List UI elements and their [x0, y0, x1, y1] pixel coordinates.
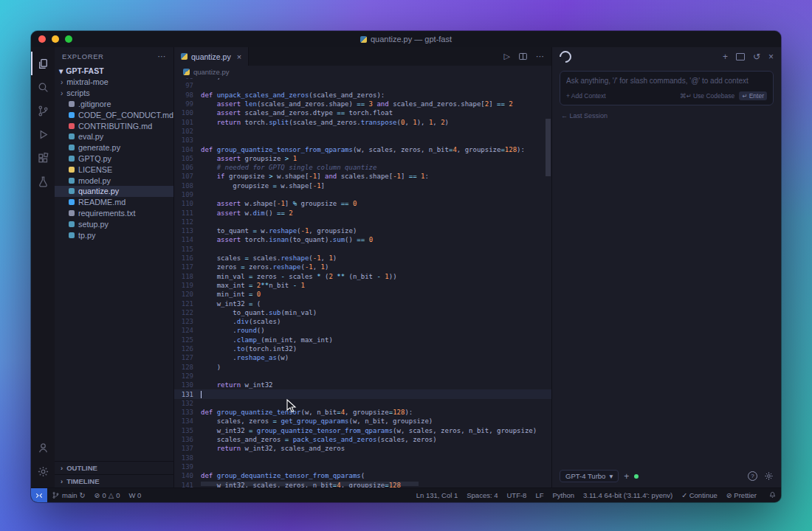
status-item[interactable]: LF	[531, 491, 548, 499]
code-line-112[interactable]: 112	[174, 218, 551, 226]
code-editor[interactable]: 96 )9798def unpack_scales_and_zeros(scal…	[174, 78, 551, 487]
code-line-117[interactable]: 117 zeros = zeros.reshape(-1, 1)	[174, 263, 551, 271]
code-line-130[interactable]: 130 return w_int32	[174, 381, 551, 389]
code-line-124[interactable]: 124 .round()	[174, 326, 551, 335]
tree-item-generate-py[interactable]: generate.py	[55, 142, 173, 153]
close-window-button[interactable]	[38, 35, 46, 43]
code-line-107[interactable]: 107 if groupsize > w.shape[-1] and scale…	[174, 172, 551, 181]
code-line-123[interactable]: 123 .div(scales)	[174, 317, 551, 326]
source-control-icon[interactable]	[31, 99, 55, 122]
split-editor-icon[interactable]	[518, 52, 528, 61]
git-branch-item[interactable]: main ↻	[47, 491, 90, 499]
history-icon[interactable]: ↺	[753, 52, 760, 61]
code-line-138[interactable]: 138	[174, 453, 551, 462]
tree-item-setup-py[interactable]: setup.py	[55, 218, 173, 229]
outline-section[interactable]: › OUTLINE	[55, 461, 173, 474]
code-line-122[interactable]: 122 to_quant.sub(min_val)	[174, 308, 551, 317]
tree-item-code-of-conduct-md[interactable]: CODE_OF_CONDUCT.md	[55, 109, 173, 120]
tree-item-model-py[interactable]: model.py	[55, 175, 173, 186]
code-line-115[interactable]: 115	[174, 245, 551, 254]
help-icon[interactable]: ?	[748, 471, 757, 481]
settings-gear-icon[interactable]	[764, 471, 774, 481]
minimize-window-button[interactable]	[52, 35, 59, 43]
code-line-121[interactable]: 121 w_int32 = (	[174, 299, 551, 308]
tree-item-eval-py[interactable]: eval.py	[55, 131, 173, 142]
status-extra-item[interactable]: W 0	[124, 491, 145, 499]
zoom-window-button[interactable]	[65, 35, 72, 43]
code-line-113[interactable]: 113 to_quant = w.reshape(-1, groupsize)	[174, 226, 551, 235]
status-item[interactable]: Python	[548, 491, 579, 499]
testing-beaker-icon[interactable]	[31, 170, 55, 193]
problems-item[interactable]: ⊘ 0 △ 0	[90, 491, 125, 499]
explorer-icon[interactable]	[31, 52, 55, 75]
code-line-120[interactable]: 120 min_int = 0	[174, 290, 551, 299]
code-line-106[interactable]: 106 # needed for GPTQ single column quan…	[174, 163, 551, 172]
tree-item-mixtral-moe[interactable]: ›mixtral-moe	[55, 77, 173, 88]
add-model-button[interactable]: +	[624, 471, 629, 482]
status-item[interactable]: Ln 131, Col 1	[412, 491, 463, 499]
tree-item-requirements-txt[interactable]: requirements.txt	[55, 208, 173, 219]
code-line-133[interactable]: 133def group_quantize_tensor(w, n_bit=4,…	[174, 408, 551, 417]
code-line-116[interactable]: 116 scales = scales.reshape(-1, 1)	[174, 254, 551, 263]
code-line-99[interactable]: 99 assert len(scales_and_zeros.shape) ==…	[174, 100, 551, 108]
code-line-98[interactable]: 98def unpack_scales_and_zeros(scales_and…	[174, 91, 551, 100]
add-context-button[interactable]: + Add Context	[566, 92, 606, 100]
tree-root-gpt-fast[interactable]: ▾ GPT-FAST	[55, 65, 173, 77]
code-line-108[interactable]: 108 groupsize = w.shape[-1]	[174, 181, 551, 190]
settings-gear-icon[interactable]	[31, 459, 55, 483]
layout-icon[interactable]	[736, 53, 745, 60]
code-line-109[interactable]: 109	[174, 190, 551, 199]
close-panel-icon[interactable]: ×	[768, 52, 774, 61]
status-item[interactable]: ✓ Continue	[677, 491, 722, 499]
chat-input-box[interactable]: + Add Context ⌘↵ Use Codebase ↵ Enter	[560, 71, 774, 105]
code-line-118[interactable]: 118 min_val = zeros - scales * (2 ** (n_…	[174, 272, 551, 281]
tree-item-tp-py[interactable]: tp.py	[55, 229, 173, 240]
tree-item-license[interactable]: LICENSE	[55, 164, 173, 175]
more-actions-icon[interactable]: ⋯	[536, 52, 544, 61]
code-line-97[interactable]: 97	[174, 81, 551, 90]
chat-input[interactable]	[566, 77, 767, 85]
code-line-126[interactable]: 126 .to(torch.int32)	[174, 344, 551, 353]
code-line-128[interactable]: 128 )	[174, 363, 551, 372]
tree-item-readme-md[interactable]: README.md	[55, 197, 173, 208]
tree-item-quantize-py[interactable]: quantize.py	[55, 186, 173, 197]
code-line-105[interactable]: 105 assert groupsize > 1	[174, 154, 551, 163]
extensions-icon[interactable]	[31, 146, 55, 170]
code-line-125[interactable]: 125 .clamp_(min_int, max_int)	[174, 336, 551, 344]
code-line-114[interactable]: 114 assert torch.isnan(to_quant).sum() =…	[174, 235, 551, 244]
code-line-140[interactable]: 140def group_dequantize_tensor_from_qpar…	[174, 471, 551, 480]
code-line-132[interactable]: 132	[174, 399, 551, 408]
code-line-104[interactable]: 104def group_quantize_tensor_from_qparam…	[174, 145, 551, 153]
title-bar[interactable]: quantize.py — gpt-fast	[31, 31, 781, 47]
code-line-137[interactable]: 137 return w_int32, scales_and_zeros	[174, 444, 551, 453]
breadcrumb[interactable]: quantize.py	[174, 66, 551, 78]
horizontal-scrollbar[interactable]	[201, 482, 419, 486]
code-line-127[interactable]: 127 .reshape_as(w)	[174, 353, 551, 362]
search-icon[interactable]	[31, 75, 55, 99]
code-line-102[interactable]: 102	[174, 127, 551, 136]
code-line-136[interactable]: 136 scales_and_zeros = pack_scales_and_z…	[174, 435, 551, 444]
status-item[interactable]: Spaces: 4	[462, 491, 502, 499]
code-line-139[interactable]: 139	[174, 462, 551, 471]
notifications-bell-icon[interactable]	[764, 491, 781, 499]
code-line-101[interactable]: 101 return torch.split(scales_and_zeros.…	[174, 117, 551, 126]
timeline-section[interactable]: › TIMELINE	[55, 474, 173, 487]
close-icon[interactable]: ×	[237, 52, 241, 61]
code-line-119[interactable]: 119 max_int = 2**n_bit - 1	[174, 281, 551, 290]
vertical-scrollbar[interactable]	[546, 119, 551, 176]
last-session-link[interactable]: ← Last Session	[561, 112, 772, 119]
tree-item-contributing-md[interactable]: CONTRIBUTING.md	[55, 120, 173, 131]
sync-icon[interactable]: ↻	[80, 491, 86, 499]
status-item[interactable]: 3.11.4 64-bit ('3.11.4': pyenv)	[579, 491, 677, 499]
run-debug-icon[interactable]	[31, 122, 55, 146]
remote-indicator[interactable]	[31, 488, 47, 502]
code-line-100[interactable]: 100 assert scales_and_zeros.dtype == tor…	[174, 108, 551, 117]
code-line-129[interactable]: 129	[174, 372, 551, 381]
model-selector[interactable]: GPT-4 Turbo ▾	[560, 470, 619, 482]
more-actions-icon[interactable]: ⋯	[157, 52, 166, 61]
code-line-111[interactable]: 111 assert w.dim() == 2	[174, 208, 551, 217]
tree-item-scripts[interactable]: ›scripts	[55, 88, 173, 99]
code-line-131[interactable]: 131	[174, 389, 551, 398]
code-line-103[interactable]: 103	[174, 136, 551, 145]
code-line-135[interactable]: 135 w_int32 = group_quantize_tensor_from…	[174, 426, 551, 435]
